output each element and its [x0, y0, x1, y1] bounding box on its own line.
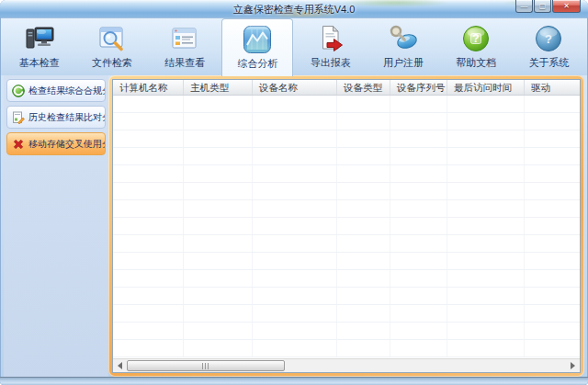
table-row	[113, 340, 580, 357]
table-cell	[525, 96, 580, 112]
table-cell	[184, 235, 253, 252]
scroll-right-arrow-icon[interactable]	[566, 359, 580, 372]
table-cell	[113, 96, 184, 112]
table-cell	[113, 200, 184, 217]
file-search-icon	[96, 23, 128, 54]
table-cell	[525, 165, 580, 182]
sidebar-item-compliance-analysis[interactable]: 检查结果综合合规分析	[6, 79, 106, 102]
table-row	[113, 253, 580, 270]
table-cell	[253, 340, 337, 357]
table-cell	[113, 218, 184, 234]
table-cell	[390, 183, 447, 199]
maximize-button[interactable]: ▢	[534, 0, 551, 13]
computer-icon	[24, 23, 55, 54]
table-header: 计算机名称主机类型设备名称设备类型设备序列号最后访问时间驱动	[113, 80, 580, 96]
table-cell	[253, 253, 337, 269]
table-cell	[253, 323, 337, 339]
horizontal-scrollbar[interactable]	[113, 358, 580, 372]
minimize-button[interactable]: —	[515, 0, 533, 13]
table-cell	[525, 340, 580, 357]
toolbar-button-basic-check[interactable]: 基本检查	[4, 18, 75, 75]
sidebar: 检查结果综合合规分析历史检查结果比对分析移动存储交叉使用分析	[4, 75, 108, 377]
table-cell	[337, 340, 390, 357]
table-cell	[337, 200, 390, 217]
table-cell	[253, 148, 337, 164]
table-cell	[390, 130, 447, 147]
table-cell	[390, 200, 447, 217]
table-cell	[525, 183, 580, 199]
table-cell	[390, 270, 447, 287]
table-cell	[390, 218, 447, 234]
table-cell	[184, 288, 253, 304]
toolbar-button-about-system[interactable]: ?关于系统	[513, 18, 584, 75]
table-cell	[525, 235, 580, 252]
table-cell	[337, 235, 390, 252]
column-header[interactable]: 计算机名称	[113, 80, 184, 95]
table-cell	[253, 270, 337, 287]
table-cell	[113, 148, 184, 164]
toolbar-button-export-report[interactable]: 导出报表	[295, 18, 367, 75]
svg-text:?: ?	[472, 32, 479, 45]
table-cell	[525, 113, 580, 130]
table-cell	[337, 305, 390, 322]
table-cell	[390, 96, 447, 112]
table-cell	[113, 305, 184, 322]
chart-analysis-icon	[242, 24, 273, 55]
result-view-icon	[169, 23, 200, 54]
table-cell	[184, 340, 253, 357]
sidebar-item-history-compare-analysis[interactable]: 历史检查结果比对分析	[6, 106, 106, 129]
toolbar-button-result-view[interactable]: 结果查看	[149, 18, 220, 75]
column-header[interactable]: 驱动	[525, 80, 580, 95]
table-cell	[525, 148, 580, 164]
table-cell	[525, 130, 580, 147]
table-cell	[447, 253, 525, 269]
table-cell	[447, 218, 525, 234]
content-area: 检查结果综合合规分析历史检查结果比对分析移动存储交叉使用分析 计算机名称主机类型…	[4, 75, 584, 377]
column-header[interactable]: 设备类型	[337, 80, 390, 95]
table-row	[113, 96, 580, 113]
column-header[interactable]: 设备名称	[253, 80, 337, 95]
toolbar-button-comprehensive-analysis[interactable]: 综合分析	[221, 18, 293, 76]
table-cell	[184, 200, 253, 217]
history-report-icon	[12, 111, 25, 124]
table-cell	[447, 183, 525, 199]
table-cell	[184, 96, 253, 112]
table-cell	[253, 165, 337, 182]
toolbar-button-file-search[interactable]: 文件检索	[76, 18, 148, 75]
toolbar-button-label: 基本检查	[19, 56, 60, 70]
table-row	[113, 200, 580, 218]
window-bottom-border	[0, 377, 588, 385]
column-header[interactable]: 设备序列号	[390, 80, 447, 95]
scrollbar-thumb[interactable]	[127, 360, 285, 371]
column-header[interactable]: 最后访问时间	[447, 80, 525, 95]
table-cell	[337, 96, 390, 112]
table-cell	[113, 288, 184, 304]
table-cell	[113, 340, 184, 357]
table-cell	[447, 270, 525, 287]
table-cell	[113, 183, 184, 199]
table-cell	[184, 218, 253, 234]
table-row	[113, 165, 580, 183]
table-cell	[253, 288, 337, 304]
table-cell	[113, 323, 184, 339]
table-cell	[525, 288, 580, 304]
table-cell	[390, 323, 447, 339]
red-cross-icon	[12, 138, 25, 151]
toolbar-button-user-register[interactable]: 用户注册	[368, 18, 439, 75]
sidebar-item-storage-cross-use-analysis[interactable]: 移动存储交叉使用分析	[6, 132, 106, 155]
table-cell	[184, 130, 253, 147]
column-header[interactable]: 主机类型	[184, 80, 253, 95]
titlebar[interactable]: 立鑫保密检查专用系统V4.0 —▢✕	[0, 0, 588, 17]
toolbar-button-help-doc[interactable]: ?帮助文档	[440, 18, 512, 75]
table-cell	[337, 218, 390, 234]
table-cell	[447, 165, 525, 182]
scroll-left-arrow-icon[interactable]	[113, 359, 127, 372]
table-row	[113, 288, 580, 305]
close-button[interactable]: ✕	[552, 0, 581, 13]
table-cell	[390, 253, 447, 269]
table-row	[113, 113, 580, 130]
table-cell	[253, 235, 337, 252]
table-cell	[390, 113, 447, 130]
table-cell	[447, 200, 525, 217]
key-icon	[388, 23, 419, 54]
